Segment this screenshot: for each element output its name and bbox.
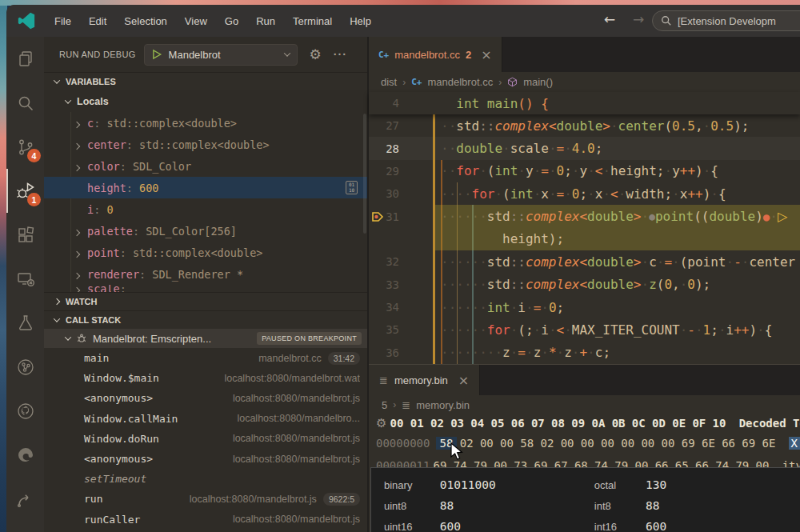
hex-byte[interactable]: 00 [598,437,618,450]
nav-back-button[interactable]: ← [604,11,615,27]
menu-file[interactable]: File [46,11,80,31]
hex-byte[interactable]: 69 [678,437,698,450]
variable-row-center[interactable]: center: std::complex<double> [44,134,367,155]
activity-liveshare-icon[interactable] [6,345,44,389]
token: ······ [441,322,487,338]
frame-location: localhost:8080/mandelbrot.js [233,514,360,525]
menu-selection[interactable]: Selection [115,11,175,31]
stack-frame-row[interactable]: mainmandelbrot.cc31:42 [44,348,367,368]
hex-byte[interactable]: 58 [517,437,537,450]
breakpoint-paused-icon[interactable] [371,210,384,223]
debug-session-row[interactable]: Mandelbrot: Emscripten... PAUSED ON BREA… [44,329,367,348]
hex-byte[interactable]: 69 [738,437,758,450]
git-modified-gutter [433,114,435,364]
tab-memory-bin[interactable]: ≣ memory.bin × [369,365,480,395]
variables-section-header[interactable]: VARIABLES [44,72,367,90]
close-icon[interactable]: × [481,47,491,62]
activity-explorer-icon[interactable] [6,37,44,81]
token: ; [564,163,572,178]
variable-row-scale[interactable]: scale: [44,285,367,292]
menu-run[interactable]: Run [247,11,284,31]
hex-byte[interactable]: 00 [618,437,638,450]
code-editor[interactable]: 27··std::complex<double>·center(0.5,·0.5… [369,114,800,364]
code-line-4[interactable]: 4 int main() { [369,92,800,114]
activity-edge-icon[interactable] [6,433,44,477]
watch-section-header[interactable]: WATCH [44,292,367,310]
variable-name: palette [87,225,133,238]
hex-byte[interactable]: 6E [698,437,718,450]
hex-byte[interactable]: 00 [558,437,578,450]
menu-terminal[interactable]: Terminal [284,11,341,31]
variable-row-color[interactable]: color: SDL_Color [44,155,367,177]
decoded-text[interactable]: X [789,437,800,450]
chevron-down-icon [54,315,60,322]
hex-byte[interactable]: 00 [497,437,517,450]
menu-edit[interactable]: Edit [80,11,115,31]
bug-icon [76,333,87,344]
token: ++ [687,186,702,202]
hex-byte[interactable]: 58 [436,437,456,450]
activity-testing-icon[interactable] [6,301,44,345]
variable-row-c[interactable]: c: std::complex<double> [44,112,367,134]
token: · [549,322,557,338]
callstack-section-header[interactable]: CALL STACK [44,310,367,329]
hex-byte[interactable]: 00 [477,437,497,450]
view-binary-icon[interactable]: 0110 [346,181,358,194]
hex-byte[interactable]: 6E [758,437,778,450]
token: 0 [572,186,580,202]
breadcrumb-symbol[interactable]: main() [523,76,553,88]
activity-remote-icon[interactable] [6,257,44,301]
panel-breadcrumb-index[interactable]: 5 [382,399,387,411]
chevron-down-icon [65,97,71,103]
token: · [564,186,572,202]
hex-byte[interactable]: 00 [658,437,678,450]
more-actions-icon[interactable]: ··· [334,49,347,60]
launch-config-dropdown[interactable]: Mandelbrot [144,44,298,66]
hex-byte[interactable]: 02 [537,437,557,450]
hex-byte[interactable]: 66 [718,437,738,450]
variable-row-renderer[interactable]: renderer: SDL_Renderer * [44,263,367,285]
menu-view[interactable]: View [176,11,216,31]
sidebar-scrollbar[interactable] [363,114,366,234]
panel-breadcrumb-file[interactable]: memory.bin [416,399,470,411]
hex-byte[interactable]: 00 [638,437,658,450]
stack-frame-row[interactable]: runlocalhost:8080/mandelbrot.js9622:5 [44,489,367,509]
stack-frame-row[interactable]: Window.callMainlocalhost:8080/mandelbro.… [44,409,367,429]
tab-mandelbrot-cc[interactable]: C+ mandelbrot.cc 2 × [369,37,502,72]
activity-extensions-icon[interactable] [6,213,44,257]
activity-debug-icon[interactable]: 1 [6,169,44,213]
close-icon[interactable]: × [458,373,469,388]
token [534,96,542,111]
stack-frame-row[interactable]: runCallerlocalhost:8080/mandelbrot.js [44,510,367,530]
stack-frame-row[interactable]: <anonymous>localhost:8080/mandelbrot.js [44,449,367,469]
nav-forward-button[interactable]: → [633,11,644,27]
locals-scope-row[interactable]: Locals [44,90,367,112]
command-search-box[interactable]: [Extension Developm [652,10,800,31]
stack-frame-row[interactable]: <anonymous>localhost:8080/mandelbrot.js [44,388,367,408]
variable-row-height[interactable]: height: 6000110 [44,177,367,198]
menu-help[interactable]: Help [341,11,380,31]
hex-byte[interactable]: 02 [457,437,477,450]
activity-github-icon[interactable] [6,389,44,433]
hex-byte[interactable]: 00 [578,437,598,450]
stack-frame-row[interactable]: Window.$mainlocalhost:8080/mandelbrot.wa… [44,368,367,388]
activity-source-control-icon[interactable]: 4 [6,125,44,169]
variable-row-i[interactable]: i: 0 [44,198,367,220]
line-text: int main() { [433,92,800,114]
gear-icon[interactable]: ⚙ [310,48,322,62]
breadcrumb-folder[interactable]: dist [381,76,397,88]
token: = [541,163,549,178]
activity-search-icon[interactable] [6,81,44,125]
menu-go[interactable]: Go [216,11,247,31]
hex-settings-gear-icon[interactable]: ⚙ [376,416,386,430]
breadcrumb-file[interactable]: mandelbrot.cc [427,76,493,88]
token: · [610,118,618,134]
frame-name: Window.callMain [84,413,178,425]
stack-frame-row[interactable]: setTimeout [44,469,367,489]
variable-value: std::complex<double> [139,138,270,151]
variable-row-palette[interactable]: palette: SDL_Color[256] [44,220,367,242]
activity-gesture-icon[interactable] [6,477,44,521]
stack-frame-row[interactable]: Window.doRunlocalhost:8080/mandelbrot.js [44,429,367,449]
token: · [587,186,595,202]
variable-row-point[interactable]: point: std::complex<double> [44,242,367,263]
